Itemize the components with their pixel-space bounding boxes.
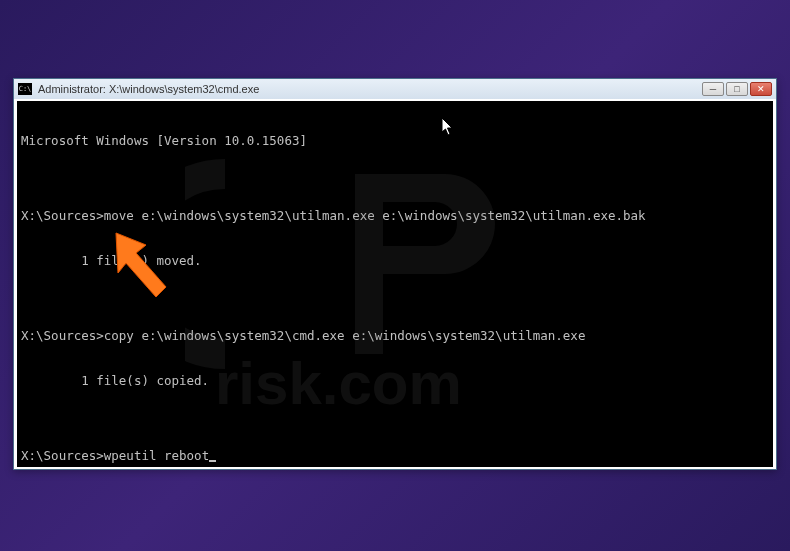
console-header: Microsoft Windows [Version 10.0.15063] <box>21 133 769 148</box>
console-line: 1 file(s) copied. <box>21 373 769 388</box>
console-line: X:\Sources>move e:\windows\system32\util… <box>21 208 769 223</box>
app-icon: C:\ <box>18 83 32 95</box>
console-line: 1 file(s) moved. <box>21 253 769 268</box>
cmd-window: C:\ Administrator: X:\windows\system32\c… <box>13 78 777 470</box>
typed-command: wpeutil reboot <box>104 448 209 463</box>
close-button[interactable]: ✕ <box>750 82 772 96</box>
console-output[interactable]: Microsoft Windows [Version 10.0.15063] X… <box>17 101 773 467</box>
prompt: X:\Sources> <box>21 448 104 463</box>
window-title: Administrator: X:\windows\system32\cmd.e… <box>38 83 702 95</box>
console-line: X:\Sources>copy e:\windows\system32\cmd.… <box>21 328 769 343</box>
window-controls: ─ □ ✕ <box>702 82 772 96</box>
maximize-button[interactable]: □ <box>726 82 748 96</box>
window-titlebar[interactable]: C:\ Administrator: X:\windows\system32\c… <box>14 79 776 99</box>
text-cursor <box>209 460 216 462</box>
watermark: risk.com <box>17 101 773 467</box>
console-prompt-line: X:\Sources>wpeutil reboot <box>21 448 769 463</box>
minimize-button[interactable]: ─ <box>702 82 724 96</box>
